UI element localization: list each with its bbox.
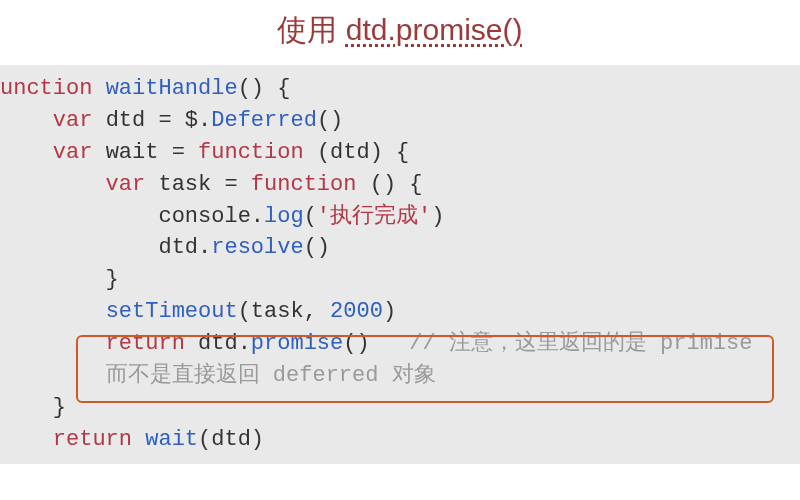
identifier: resolve bbox=[211, 235, 303, 260]
code-line-5: console.log('执行完成') bbox=[0, 201, 800, 233]
token: , bbox=[304, 299, 330, 324]
string-literal: '执行完成' bbox=[317, 204, 431, 229]
identifier: setTimeout bbox=[106, 299, 238, 324]
keyword: var bbox=[0, 172, 158, 197]
code-line-9: return dtd.promise() // 注意，这里返回的是 primis… bbox=[0, 328, 800, 360]
token: dtd. bbox=[198, 331, 251, 356]
slide-title: 使用 dtd.promise() bbox=[0, 0, 800, 65]
code-line-4: var task = function () { bbox=[0, 169, 800, 201]
code-line-7: } bbox=[0, 264, 800, 296]
code-line-1: unction waitHandle() { bbox=[0, 73, 800, 105]
token: dtd. bbox=[0, 235, 211, 260]
token: console. bbox=[0, 204, 264, 229]
identifier: dtd bbox=[106, 108, 146, 133]
code-line-8: setTimeout(task, 2000) bbox=[0, 296, 800, 328]
identifier: wait bbox=[145, 427, 198, 452]
token: () bbox=[304, 235, 330, 260]
identifier: log bbox=[264, 204, 304, 229]
token: } bbox=[0, 267, 119, 292]
identifier: wait bbox=[106, 140, 159, 165]
identifier: Deferred bbox=[211, 108, 317, 133]
token: = bbox=[158, 140, 198, 165]
token: (dtd) bbox=[198, 427, 264, 452]
code-block: unction waitHandle() { var dtd = $.Defer… bbox=[0, 65, 800, 464]
comment: 而不是直接返回 deferred 对象 bbox=[0, 363, 436, 388]
token: ( bbox=[304, 204, 317, 229]
token bbox=[0, 299, 106, 324]
keyword: unction bbox=[0, 76, 106, 101]
keyword: function bbox=[198, 140, 317, 165]
token: = bbox=[211, 172, 251, 197]
identifier: task bbox=[158, 172, 211, 197]
token: (dtd) { bbox=[317, 140, 409, 165]
keyword: return bbox=[0, 427, 145, 452]
title-highlight: dtd.promise() bbox=[346, 13, 523, 46]
token: () { bbox=[370, 172, 423, 197]
token: () bbox=[317, 108, 343, 133]
identifier: task bbox=[251, 299, 304, 324]
token: = $. bbox=[145, 108, 211, 133]
token: } bbox=[0, 395, 66, 420]
code-line-10: 而不是直接返回 deferred 对象 bbox=[0, 360, 800, 392]
code-line-3: var wait = function (dtd) { bbox=[0, 137, 800, 169]
token: () { bbox=[238, 76, 291, 101]
token: ) bbox=[431, 204, 444, 229]
number-literal: 2000 bbox=[330, 299, 383, 324]
code-line-12: return wait(dtd) bbox=[0, 424, 800, 456]
keyword: var bbox=[0, 108, 106, 133]
token: () bbox=[343, 331, 409, 356]
identifier: waitHandle bbox=[106, 76, 238, 101]
keyword: var bbox=[0, 140, 106, 165]
comment: // 注意，这里返回的是 primise bbox=[409, 331, 752, 356]
token: ( bbox=[238, 299, 251, 324]
token: ) bbox=[383, 299, 396, 324]
keyword: function bbox=[251, 172, 370, 197]
code-line-11: } bbox=[0, 392, 800, 424]
keyword: return bbox=[0, 331, 198, 356]
identifier: promise bbox=[251, 331, 343, 356]
code-line-6: dtd.resolve() bbox=[0, 232, 800, 264]
title-prefix: 使用 bbox=[277, 13, 345, 46]
code-line-2: var dtd = $.Deferred() bbox=[0, 105, 800, 137]
